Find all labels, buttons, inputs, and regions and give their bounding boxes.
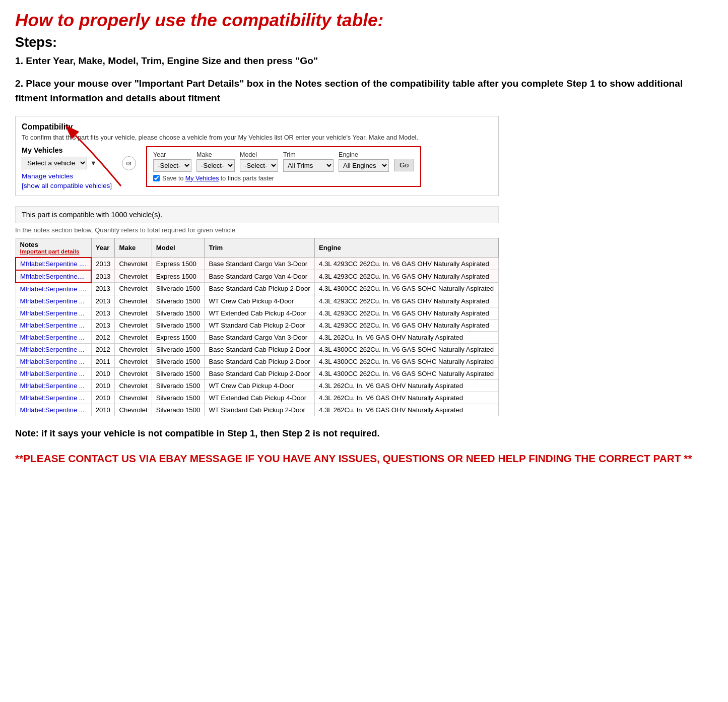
or-divider: or [122, 156, 136, 170]
table-row: Mfrlabel:Serpentine ...2013ChevroletSilv… [16, 307, 499, 319]
dropdown-arrow-icon: ▼ [90, 159, 97, 167]
cell-engine: 4.3L 4300CC 262Cu. In. V6 GAS SOHC Natur… [315, 343, 499, 355]
cell-engine: 4.3L 4293CC 262Cu. In. V6 GAS OHV Natura… [315, 307, 499, 319]
cell-engine: 4.3L 4293CC 262Cu. In. V6 GAS OHV Natura… [315, 270, 499, 283]
compat-subtitle: To confirm that this part fits your vehi… [22, 134, 492, 141]
cell-notes: Mfrlabel:Serpentine.... [16, 270, 91, 283]
step-1-text: 1. Enter Year, Make, Model, Trim, Engine… [15, 55, 713, 67]
cell-trim: WT Standard Cab Pickup 2-Door [205, 319, 315, 331]
cell-year: 2013 [91, 283, 115, 295]
note-text: Note: if it says your vehicle is not com… [15, 426, 499, 440]
cell-year: 2011 [91, 355, 115, 367]
table-row: Mfrlabel:Serpentine ....2013ChevroletSil… [16, 283, 499, 295]
cell-model: Express 1500 [152, 331, 205, 343]
table-row: Mfrlabel:Serpentine ...2013ChevroletSilv… [16, 295, 499, 307]
cell-engine: 4.3L 262Cu. In. V6 GAS OHV Naturally Asp… [315, 331, 499, 343]
engine-select[interactable]: All Engines [339, 159, 389, 172]
step-2-text: 2. Place your mouse over "Important Part… [15, 77, 713, 106]
cell-engine: 4.3L 4300CC 262Cu. In. V6 GAS SOHC Natur… [315, 367, 499, 379]
cell-year: 2010 [91, 379, 115, 392]
model-select[interactable]: -Select- [240, 159, 278, 172]
table-row: Mfrlabel:Serpentine....2013ChevroletExpr… [16, 270, 499, 283]
cell-make: Chevrolet [115, 392, 152, 404]
make-label: Make [196, 151, 235, 158]
cell-notes: Mfrlabel:Serpentine ... [16, 355, 91, 367]
cell-model: Silverado 1500 [152, 355, 205, 367]
col-make: Make [115, 238, 152, 258]
cell-trim: Base Standard Cab Pickup 2-Door [205, 283, 315, 295]
table-row: Mfrlabel:Serpentine ....2013ChevroletExp… [16, 258, 499, 270]
trim-select[interactable]: All Trims [283, 159, 334, 172]
steps-title: Steps: [15, 34, 713, 50]
save-checkbox[interactable] [153, 175, 160, 181]
table-row: Mfrlabel:Serpentine ...2013ChevroletSilv… [16, 319, 499, 331]
important-part-details-link[interactable]: Important part details [20, 248, 87, 254]
cell-notes: Mfrlabel:Serpentine ... [16, 295, 91, 307]
cell-model: Silverado 1500 [152, 307, 205, 319]
cell-trim: Base Standard Cargo Van 3-Door [205, 331, 315, 343]
cell-model: Silverado 1500 [152, 367, 205, 379]
manage-vehicles-link[interactable]: Manage vehicles [22, 172, 112, 180]
engine-field-group: Engine All Engines [339, 151, 389, 172]
cell-model: Silverado 1500 [152, 404, 205, 416]
make-field-group: Make -Select- [196, 151, 235, 172]
main-title: How to properly use the compatibility ta… [15, 10, 713, 30]
cell-make: Chevrolet [115, 355, 152, 367]
cell-year: 2010 [91, 392, 115, 404]
cell-model: Silverado 1500 [152, 283, 205, 295]
my-vehicles-save-link[interactable]: My Vehicles [185, 175, 219, 182]
col-notes: Notes Important part details [16, 238, 91, 258]
show-all-link[interactable]: [show all compatible vehicles] [22, 182, 112, 189]
col-model: Model [152, 238, 205, 258]
cell-engine: 4.3L 4300CC 262Cu. In. V6 GAS SOHC Natur… [315, 355, 499, 367]
trim-field-group: Trim All Trims [283, 151, 334, 172]
cell-engine: 4.3L 4293CC 262Cu. In. V6 GAS OHV Natura… [315, 295, 499, 307]
cell-make: Chevrolet [115, 307, 152, 319]
cell-notes: Mfrlabel:Serpentine ... [16, 319, 91, 331]
make-select[interactable]: -Select- [196, 159, 235, 172]
cell-trim: Base Standard Cab Pickup 2-Door [205, 343, 315, 355]
cell-year: 2013 [91, 319, 115, 331]
cell-make: Chevrolet [115, 295, 152, 307]
cell-notes: Mfrlabel:Serpentine ... [16, 379, 91, 392]
cell-engine: 4.3L 262Cu. In. V6 GAS OHV Naturally Asp… [315, 392, 499, 404]
year-label: Year [153, 151, 191, 158]
cell-notes: Mfrlabel:Serpentine ... [16, 307, 91, 319]
cell-model: Silverado 1500 [152, 295, 205, 307]
table-row: Mfrlabel:Serpentine ...2010ChevroletSilv… [16, 404, 499, 416]
cell-year: 2012 [91, 331, 115, 343]
cell-make: Chevrolet [115, 331, 152, 343]
cell-model: Express 1500 [152, 258, 205, 270]
cell-model: Silverado 1500 [152, 319, 205, 331]
table-row: Mfrlabel:Serpentine ...2011ChevroletSilv… [16, 355, 499, 367]
col-trim: Trim [205, 238, 315, 258]
cell-engine: 4.3L 4293CC 262Cu. In. V6 GAS OHV Natura… [315, 258, 499, 270]
cell-notes: Mfrlabel:Serpentine ... [16, 343, 91, 355]
cell-notes: Mfrlabel:Serpentine .... [16, 258, 91, 270]
year-make-section: Year -Select- Make -Select- Model -Selec… [146, 146, 421, 187]
my-vehicles-label: My Vehicles [22, 146, 112, 154]
table-row: Mfrlabel:Serpentine ...2012ChevroletSilv… [16, 343, 499, 355]
cell-make: Chevrolet [115, 283, 152, 295]
cell-trim: WT Extended Cab Pickup 4-Door [205, 392, 315, 404]
cell-year: 2013 [91, 258, 115, 270]
col-year: Year [91, 238, 115, 258]
year-field-group: Year -Select- [153, 151, 191, 172]
trim-label: Trim [283, 151, 334, 158]
cell-trim: WT Crew Cab Pickup 4-Door [205, 379, 315, 392]
year-select[interactable]: -Select- [153, 159, 191, 172]
cell-make: Chevrolet [115, 258, 152, 270]
cell-year: 2013 [91, 307, 115, 319]
compatible-message: This part is compatible with 1000 vehicl… [15, 206, 499, 223]
cell-trim: WT Extended Cab Pickup 4-Door [205, 307, 315, 319]
go-button[interactable]: Go [394, 159, 414, 171]
cell-make: Chevrolet [115, 379, 152, 392]
cell-make: Chevrolet [115, 319, 152, 331]
vehicle-select[interactable]: Select a vehicle [22, 157, 87, 169]
cell-trim: Base Standard Cargo Van 4-Door [205, 270, 315, 283]
cell-year: 2010 [91, 404, 115, 416]
cell-year: 2010 [91, 367, 115, 379]
cell-trim: Base Standard Cab Pickup 2-Door [205, 355, 315, 367]
compatibility-box: Compatibility To confirm that this part … [15, 116, 499, 196]
table-row: Mfrlabel:Serpentine ...2010ChevroletSilv… [16, 379, 499, 392]
